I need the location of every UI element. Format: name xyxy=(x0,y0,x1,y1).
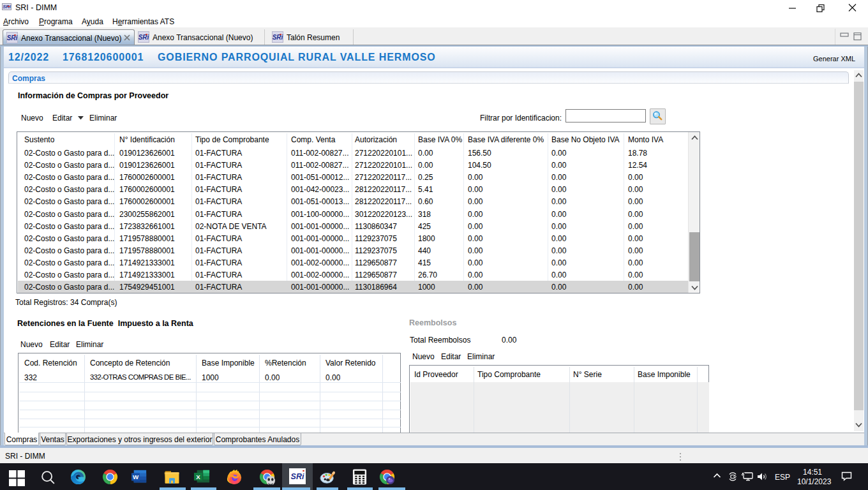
svg-text:W: W xyxy=(133,473,139,480)
svg-text:X: X xyxy=(196,473,200,480)
